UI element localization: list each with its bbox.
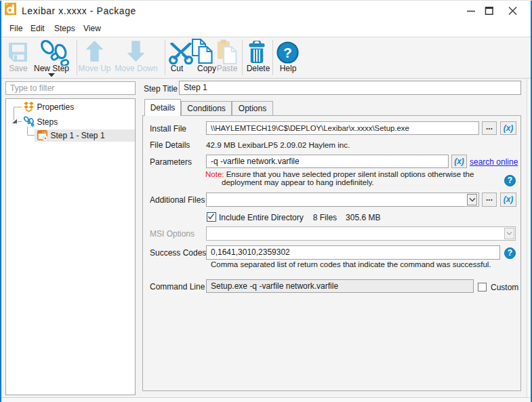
svg-text:?: ? bbox=[283, 45, 292, 60]
